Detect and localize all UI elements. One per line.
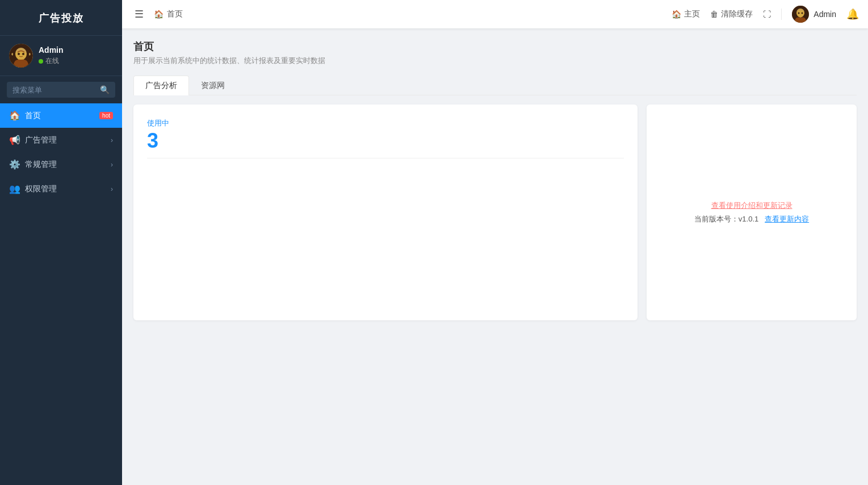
page-title: 首页 [133,40,857,53]
search-input[interactable] [12,86,100,94]
side-card: 查看使用介绍和更新记录 当前版本号：v1.0.1 查看更新内容 [647,104,857,320]
main-area: ☰ 🏠 首页 🏠 主页 🗑 清除缓存 ⛶ [122,0,868,485]
stat-label: 使用中 [147,118,169,128]
chevron-right-icon: › [111,161,113,169]
sidebar-item-home[interactable]: 🏠 首页 hot [0,103,122,128]
view-intro-link[interactable]: 查看使用介绍和更新记录 [711,200,792,211]
fullscreen-button[interactable]: ⛶ [763,10,771,19]
main-card: 使用中 3 [133,104,638,320]
hot-badge: hot [99,112,113,119]
header-username: Admin [814,10,836,19]
breadcrumb-home-icon: 🏠 [154,10,163,19]
avatar [9,44,33,68]
stat-item-active: 使用中 3 [147,118,169,151]
header: ☰ 🏠 首页 🏠 主页 🗑 清除缓存 ⛶ [122,0,868,28]
breadcrumb-home-label: 首页 [167,9,183,19]
clear-cache-label: 清除缓存 [721,9,753,19]
sidebar-search[interactable]: 🔍 [7,82,115,98]
search-icon[interactable]: 🔍 [100,85,110,94]
sidebar-item-permission-manage[interactable]: 👥 权限管理 › [0,177,122,201]
header-left: ☰ 🏠 首页 [131,6,183,23]
header-user[interactable]: Admin [792,6,836,23]
breadcrumb: 🏠 首页 [154,9,183,19]
status-dot [39,59,43,64]
svg-point-7 [802,12,803,14]
fullscreen-icon: ⛶ [763,10,771,19]
bell-icon[interactable]: 🔔 [846,8,859,20]
sidebar-item-regular-manage[interactable]: ⚙️ 常规管理 › [0,152,122,177]
content-area: 首页 用于展示当前系统中的统计数据、统计报表及重要实时数据 广告分析 资源网 使… [122,28,868,485]
sidebar-status: 在线 [39,56,64,66]
stat-value: 3 [147,131,169,151]
sidebar-item-label: 首页 [25,111,97,121]
sidebar-username: Admin [39,45,64,55]
page-header: 首页 用于展示当前系统中的统计数据、统计报表及重要实时数据 [133,40,857,66]
svg-point-6 [798,12,800,14]
stat-row: 使用中 3 [147,118,624,158]
home-icon: 🏠 [9,110,20,121]
tabs-bar: 广告分析 资源网 [133,75,857,95]
tab-resource-net[interactable]: 资源网 [189,76,237,95]
users-icon: 👥 [9,183,20,194]
version-text: 当前版本号：v1.0.1 [694,215,758,223]
version-info: 当前版本号：v1.0.1 查看更新内容 [694,214,809,224]
sidebar-user: Admin 在线 [0,36,122,76]
home-icon: 🏠 [672,10,681,19]
sidebar-user-info: Admin 在线 [39,45,64,66]
header-avatar [792,6,809,23]
home-action-button[interactable]: 🏠 主页 [672,9,700,19]
home-action-label: 主页 [684,9,700,19]
chevron-right-icon: › [111,185,113,193]
header-divider [781,9,782,20]
sidebar-item-label: 常规管理 [25,160,111,170]
svg-point-2 [18,53,20,55]
tab-ad-analysis[interactable]: 广告分析 [133,76,189,95]
sidebar-item-label: 权限管理 [25,184,111,194]
trash-icon: 🗑 [710,10,718,19]
sidebar: 广告投放 Admin 在线 🔍 [0,0,122,485]
chevron-right-icon: › [111,136,113,144]
header-right: 🏠 主页 🗑 清除缓存 ⛶ [672,6,859,23]
sidebar-item-ad-manage[interactable]: 📢 广告管理 › [0,128,122,152]
sidebar-item-label: 广告管理 [25,135,111,145]
menu-toggle-button[interactable]: ☰ [131,6,147,23]
page-subtitle: 用于展示当前系统中的统计数据、统计报表及重要实时数据 [133,56,857,66]
sidebar-nav: 🏠 首页 hot 📢 广告管理 › ⚙️ 常规管理 › 👥 权限管理 › [0,103,122,485]
svg-point-3 [22,53,24,55]
settings-icon: ⚙️ [9,159,20,170]
sidebar-title: 广告投放 [0,0,122,36]
ad-icon: 📢 [9,135,20,145]
clear-cache-button[interactable]: 🗑 清除缓存 [710,9,753,19]
status-text: 在线 [45,56,59,66]
cards-row: 使用中 3 查看使用介绍和更新记录 当前版本号：v1.0.1 查看更新内容 [133,104,857,320]
view-update-link[interactable]: 查看更新内容 [765,215,809,223]
